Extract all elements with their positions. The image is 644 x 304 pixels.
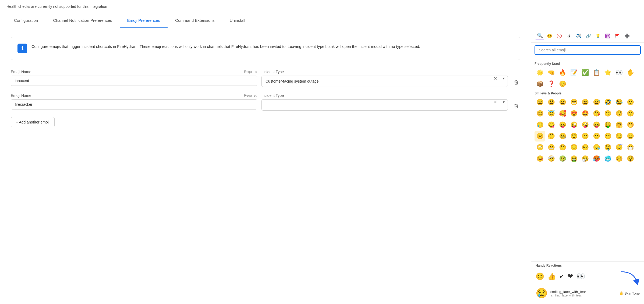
emoji-cell[interactable]: 🤕 [546,153,557,164]
emoji-cell[interactable]: 😘 [591,108,602,119]
emoji-cell[interactable]: 🤮 [568,153,579,164]
emoji-cell[interactable]: 😪 [591,142,602,153]
skin-tone-button[interactable]: 🖐 Skin Tone [619,291,640,295]
emoji-cell[interactable]: 😊 [557,79,568,89]
emoji-cell[interactable]: 🌟 [535,67,545,78]
emoji-cell[interactable]: 😷 [625,142,636,153]
emoji-cell[interactable]: 🤨 [568,131,579,142]
emoji-cell[interactable]: 🤪 [580,119,590,130]
emoji-cell[interactable]: 🥵 [591,153,602,164]
emoji-cell[interactable]: 😍 [568,108,579,119]
emoji-cell[interactable]: 🤗 [614,119,624,130]
emoji-name-input-1[interactable] [11,76,257,86]
category-smileys-icon[interactable]: 😊 [545,31,554,40]
handy-emoji-smiley[interactable]: 🙂 [536,272,544,281]
emoji-cell[interactable]: 😏 [614,131,624,142]
emoji-cell[interactable]: ✅ [580,67,590,78]
tab-emoji-preferences[interactable]: Emoji Preferences [120,13,168,28]
clear-icon-1[interactable]: ✕ [494,76,497,81]
emoji-cell[interactable]: 🙂 [625,97,636,108]
category-travel-icon[interactable]: ✈️ [574,31,583,40]
handy-emoji-eyes[interactable]: 👀 [576,272,585,281]
emoji-cell[interactable]: 🥴 [614,153,624,164]
emoji-cell[interactable]: 😅 [591,97,602,108]
incident-type-select-2[interactable] [261,99,508,111]
emoji-cell[interactable]: 😃 [546,97,557,108]
add-emoji-button[interactable]: + Add another emoji [11,117,55,127]
emoji-cell[interactable]: 🥲 [535,119,545,130]
emoji-cell[interactable]: 🔥 [557,67,568,78]
emoji-cell[interactable]: 😙 [625,108,636,119]
emoji-search-input[interactable] [535,45,641,55]
emoji-cell[interactable]: 🤜 [546,67,557,78]
emoji-cell[interactable]: 😒 [625,131,636,142]
emoji-cell[interactable]: 🖐 [625,67,636,78]
emoji-cell[interactable]: ❓ [546,79,557,89]
emoji-cell[interactable]: 😔 [580,142,590,153]
preview-code: :smiling_face_with_tear: [550,294,617,297]
emoji-cell[interactable]: 😝 [591,119,602,130]
emoji-cell[interactable]: 😐 [580,131,590,142]
emoji-cell[interactable]: 📋 [591,67,602,78]
tab-command-extensions[interactable]: Command Extensions [168,13,222,28]
category-search-icon[interactable]: 🔍 [536,31,544,40]
category-peace-icon[interactable]: ☮️ [603,31,612,40]
emoji-cell[interactable]: 🤐 [557,131,568,142]
emoji-cell[interactable]: 🤭 [625,119,636,130]
emoji-cell[interactable]: 🤧 [580,153,590,164]
emoji-cell[interactable]: 😜 [568,119,579,130]
emoji-cell[interactable]: 🤑 [602,119,613,130]
category-apps-icon[interactable]: ➕ [623,31,631,40]
emoji-cell[interactable]: 😆 [580,97,590,108]
emoji-cell[interactable]: 🙄 [535,142,545,153]
tab-channel-notification[interactable]: Channel Notification Preferences [45,13,119,28]
emoji-cell[interactable]: 😶 [602,131,613,142]
emoji-cell[interactable]: 😬 [546,142,557,153]
category-objects-icon[interactable]: 🖨 [565,31,573,40]
category-prohibited-icon[interactable]: 🚫 [555,31,564,40]
tab-uninstall[interactable]: Uninstall [222,13,253,28]
emoji-name-input-2[interactable] [11,99,257,109]
clear-icon-2[interactable]: ✕ [494,100,497,105]
emoji-cell[interactable]: ⭐ [602,67,613,78]
handy-emoji-thumbsup[interactable]: 👍 [547,272,556,281]
category-link-icon[interactable]: 🔗 [584,31,593,40]
emoji-cell[interactable]: 😊 [535,108,545,119]
category-flags-icon[interactable]: 🚩 [613,31,622,40]
delete-button-2[interactable] [512,102,520,110]
emoji-cell[interactable]: 😗 [602,108,613,119]
emoji-cell[interactable]: 😑 [591,131,602,142]
emoji-cell[interactable]: 🤣 [602,97,613,108]
tab-configuration[interactable]: Configuration [6,13,45,28]
emoji-cell[interactable]: 🤤 [602,142,613,153]
emoji-cell[interactable]: 😴 [614,142,624,153]
emoji-cell[interactable]: 😌 [568,142,579,153]
emoji-cell[interactable]: 😋 [546,119,557,130]
emoji-cell[interactable]: 🤢 [557,153,568,164]
incident-type-select-1[interactable]: Customer-facing system outage [261,76,508,87]
chevron-down-icon-2[interactable]: ▾ [503,100,505,104]
delete-button-1[interactable] [512,78,520,86]
emoji-cell[interactable]: 😄 [557,97,568,108]
emoji-cell[interactable]: 📦 [535,79,545,89]
emoji-cell[interactable]: 😵 [625,153,636,164]
emoji-cell[interactable]: 😂 [614,97,624,108]
handy-emoji-check[interactable]: ✔ [559,273,564,280]
category-ideas-icon[interactable]: 💡 [594,31,602,40]
emoji-cell[interactable]: 🥶 [602,153,613,164]
emoji-cell[interactable]: 🤩 [580,108,590,119]
emoji-cell[interactable]: 😀 [535,97,545,108]
emoji-cell[interactable]: 😛 [557,119,568,130]
handy-emoji-heart[interactable]: ❤ [567,272,573,281]
emoji-cell[interactable]: 🤥 [557,142,568,153]
emoji-cell[interactable]: 🤒 [535,153,545,164]
chevron-down-icon-1[interactable]: ▾ [503,76,505,80]
emoji-cell[interactable]: 👀 [614,67,624,78]
emoji-cell[interactable]: 😚 [614,108,624,119]
emoji-cell[interactable]: 😇 [546,108,557,119]
emoji-cell[interactable]: 🤔 [546,131,557,142]
emoji-cell[interactable]: 📝 [568,67,579,78]
emoji-cell-highlighted[interactable]: 🤫 [535,131,545,142]
emoji-cell[interactable]: 🥰 [557,108,568,119]
emoji-cell[interactable]: 😁 [568,97,579,108]
